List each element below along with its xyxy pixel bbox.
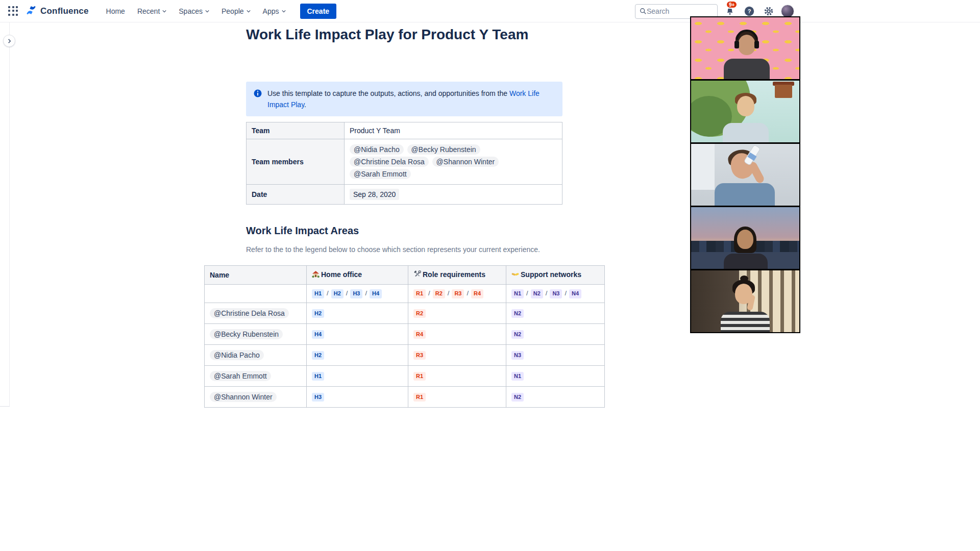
handshake-icon [511, 270, 519, 280]
info-panel: Use this template to capture the outputs… [246, 82, 562, 116]
legend-separator: / [467, 289, 469, 297]
participant-silhouette [721, 312, 770, 332]
mention-chip[interactable]: @Becky Rubenstein [407, 144, 480, 155]
status-lozenge: R3 [452, 289, 464, 298]
video-tile-participant-5[interactable] [691, 270, 799, 332]
mention-chip[interactable]: @Sarah Emmott [350, 169, 411, 179]
nav-item-label: Spaces [179, 7, 203, 15]
row-role-cell: R1 [408, 387, 506, 408]
date-lozenge[interactable]: Sep 28, 2020 [350, 189, 399, 200]
column-header-label: Role requirements [423, 270, 485, 279]
team-members-label-cell: Team members [247, 139, 345, 185]
nav-item-label: Recent [137, 7, 160, 15]
status-lozenge: N2 [511, 393, 524, 402]
column-header-support-networks: Support networks [506, 266, 605, 285]
participant-silhouette [723, 123, 769, 142]
confluence-logo[interactable]: Confluence [26, 5, 89, 18]
mention-chip[interactable]: @Christine Dela Rosa [210, 308, 289, 318]
date-label-cell: Date [247, 185, 345, 205]
legend-empty-cell [205, 285, 307, 303]
legend-home-cell: H1/H2/H3/H4 [307, 285, 408, 303]
sidebar-expand-button[interactable] [3, 35, 15, 47]
impact-areas-table: Name Home office [204, 265, 605, 408]
row-network-cell: N1 [506, 366, 605, 387]
nav-item-recent[interactable]: Recent [133, 4, 170, 18]
video-tile-participant-4[interactable] [691, 207, 799, 269]
info-text-before: Use this template to capture the outputs… [267, 89, 509, 97]
table-row: @Shannon Winter H3 R1 N2 [205, 387, 605, 408]
info-text-after: . [304, 101, 306, 109]
status-lozenge: R2 [413, 309, 426, 318]
status-lozenge: H1 [312, 372, 324, 381]
date-value-cell: Sep 28, 2020 [345, 185, 562, 205]
page-title: Work Life Impact Play for Product Y Team [246, 27, 528, 43]
status-lozenge: H2 [331, 289, 344, 298]
mention-chip[interactable]: @Shannon Winter [210, 392, 277, 402]
question-circle-icon: ? [744, 6, 755, 17]
status-lozenge: N3 [511, 351, 524, 360]
brand-name: Confluence [40, 6, 89, 16]
headset-icon [734, 41, 739, 48]
house-icon [312, 270, 320, 280]
nav-item-apps[interactable]: Apps [259, 4, 290, 18]
mention-chip[interactable]: @Shannon Winter [432, 157, 499, 167]
row-name-cell: @Nidia Pacho [205, 345, 307, 366]
participant-silhouette [724, 59, 770, 79]
mention-chip[interactable]: @Nidia Pacho [350, 144, 404, 155]
status-lozenge: H2 [312, 351, 324, 360]
nav-item-people[interactable]: People [217, 4, 255, 18]
app-switcher-icon[interactable] [6, 4, 20, 18]
status-lozenge: H2 [312, 309, 324, 318]
birdhouse-illustration [775, 85, 792, 98]
table-row: Team Product Y Team [247, 122, 562, 139]
chevron-down-icon [247, 9, 251, 13]
mention-chip[interactable]: @Becky Rubenstein [210, 329, 283, 339]
column-header-role-requirements: Role requirements [408, 266, 506, 285]
row-name-cell: @Becky Rubenstein [205, 324, 307, 345]
mention-chip[interactable]: @Sarah Emmott [210, 371, 271, 381]
video-tile-participant-3[interactable] [691, 144, 799, 206]
nav-item-label: People [222, 7, 244, 15]
column-header-name: Name [205, 266, 307, 285]
legend-separator: / [327, 289, 329, 297]
video-tile-participant-1[interactable] [691, 17, 799, 79]
participant-silhouette [724, 254, 768, 269]
svg-text:?: ? [748, 8, 751, 14]
status-lozenge: H1 [312, 289, 324, 298]
mention-chip[interactable]: @Christine Dela Rosa [350, 157, 429, 167]
status-lozenge: N3 [550, 289, 562, 298]
row-home-cell: H1 [307, 366, 408, 387]
status-lozenge: H3 [312, 393, 324, 402]
info-panel-text: Use this template to capture the outputs… [267, 88, 555, 110]
create-button[interactable]: Create [300, 4, 337, 19]
row-role-cell: R2 [408, 303, 506, 324]
nav-item-home[interactable]: Home [102, 4, 129, 18]
mention-chip[interactable]: @Nidia Pacho [210, 350, 264, 360]
section-heading: Work Life Impact Areas [246, 225, 359, 237]
gear-icon [763, 6, 774, 17]
status-lozenge: N4 [569, 289, 581, 298]
row-name-cell: @Sarah Emmott [205, 366, 307, 387]
legend-separator: / [546, 289, 548, 297]
row-network-cell: N2 [506, 324, 605, 345]
status-lozenge: N2 [511, 309, 524, 318]
row-home-cell: H2 [307, 303, 408, 324]
status-lozenge: N2 [511, 330, 524, 339]
hammer-and-wrench-icon [413, 270, 421, 280]
legend-separator: / [428, 289, 430, 297]
nav-item-spaces[interactable]: Spaces [175, 4, 213, 18]
legend-separator: / [565, 289, 567, 297]
search-input[interactable] [647, 7, 708, 15]
wall-background [691, 144, 715, 190]
video-tile-participant-2[interactable] [691, 81, 799, 142]
chevron-down-icon [205, 9, 209, 13]
status-lozenge: R4 [413, 330, 426, 339]
team-label-cell: Team [247, 122, 345, 139]
status-lozenge: H3 [350, 289, 362, 298]
table-row: Team members @Nidia Pacho @Becky Rubenst… [247, 139, 562, 185]
chevron-down-icon [162, 9, 166, 13]
legend-separator: / [526, 289, 528, 297]
row-name-cell: @Shannon Winter [205, 387, 307, 408]
table-row: @Christine Dela Rosa H2 R2 N2 [205, 303, 605, 324]
column-header-label: Home office [321, 270, 362, 279]
